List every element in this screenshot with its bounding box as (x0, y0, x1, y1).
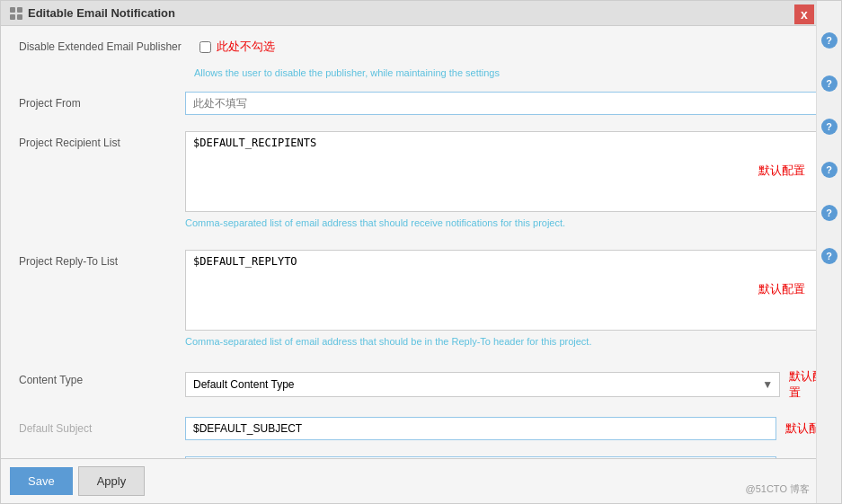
default-subject-row: Default Subject 默认配置 (10, 413, 832, 444)
panel-drag-handle (10, 7, 22, 20)
project-recipient-hint: Comma-separated list of email address th… (185, 215, 832, 234)
panel-title: Editable Email Notification (28, 6, 175, 20)
project-recipient-annotation: 默认配置 (758, 163, 805, 179)
project-from-row: Project From (10, 88, 832, 119)
project-replyto-textarea[interactable]: $DEFAULT_REPLYTO (185, 250, 832, 331)
default-subject-input[interactable] (185, 417, 776, 440)
disable-publisher-hint: Allows the user to disable the publisher… (194, 65, 500, 84)
project-from-input[interactable] (185, 92, 832, 115)
help-icon-1[interactable]: ? (821, 32, 838, 49)
project-replyto-annotation: 默认配置 (758, 281, 805, 297)
disable-publisher-checkbox[interactable] (199, 41, 211, 53)
disable-publisher-wrap: 此处不勾选 (199, 39, 275, 55)
help-icon-3[interactable]: ? (821, 119, 838, 135)
project-replyto-wrap: $DEFAULT_REPLYTO 默认配置 Comma-separated li… (185, 250, 832, 352)
save-button[interactable]: Save (10, 467, 73, 495)
apply-button[interactable]: Apply (78, 466, 146, 496)
content-type-select[interactable]: Default Content Type HTML Plain Text Bot… (185, 372, 780, 397)
close-button[interactable]: x (794, 4, 814, 24)
project-replyto-row: Project Reply-To List $DEFAULT_REPLYTO 默… (10, 246, 832, 356)
help-icon-5[interactable]: ? (821, 205, 838, 221)
default-subject-label: Default Subject (10, 417, 185, 435)
content-type-row: Content Type Default Content Type HTML P… (10, 365, 832, 404)
content-type-label: Content Type (10, 368, 185, 386)
project-replyto-label: Project Reply-To List (10, 250, 185, 268)
right-help-icons: ? ? ? ? ? ? (816, 1, 841, 503)
disable-publisher-label: Disable Extended Email Publisher (19, 40, 194, 53)
project-from-wrap (185, 92, 832, 115)
watermark: @51CTO 博客 (746, 482, 810, 496)
project-recipient-wrap: $DEFAULT_RECIPIENTS 默认配置 Comma-separated… (185, 131, 832, 234)
content-type-wrap: Default Content Type HTML Plain Text Bot… (185, 368, 832, 401)
project-recipient-row: Project Recipient List $DEFAULT_RECIPIEN… (10, 128, 832, 237)
disable-publisher-annotation: 此处不勾选 (217, 39, 275, 55)
project-replyto-hint: Comma-separated list of email address th… (185, 333, 832, 352)
project-recipient-textarea[interactable]: $DEFAULT_RECIPIENTS (185, 131, 832, 212)
help-icon-2[interactable]: ? (821, 75, 838, 92)
project-from-label: Project From (10, 92, 185, 110)
default-subject-wrap: 默认配置 (185, 417, 832, 440)
disable-publisher-row: Disable Extended Email Publisher 此处不勾选 (10, 35, 832, 58)
help-icon-6[interactable]: ? (821, 248, 838, 264)
panel-header: Editable Email Notification x (1, 1, 841, 26)
project-recipient-label: Project Recipient List (10, 131, 185, 149)
editable-email-notification-panel: Editable Email Notification x Disable Ex… (0, 0, 842, 504)
bottom-bar: Save Apply (1, 458, 841, 503)
panel-body: Disable Extended Email Publisher 此处不勾选 A… (1, 26, 841, 500)
help-icon-4[interactable]: ? (821, 162, 838, 178)
content-type-select-wrap: Default Content Type HTML Plain Text Bot… (185, 372, 780, 397)
